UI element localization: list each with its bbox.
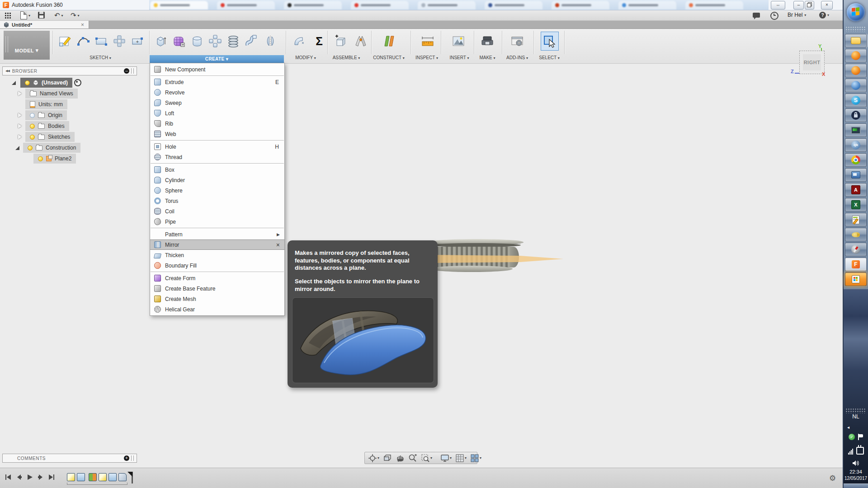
grid-snap-button[interactable]: ▾ [454,453,468,463]
feedback-button[interactable] [753,13,760,18]
document-tab[interactable]: Untitled* × [0,21,89,28]
taskbar-skype-button[interactable]: S [845,94,867,107]
window-zoom-button[interactable]: ▾ [420,453,434,463]
job-status-button[interactable] [770,12,778,20]
sync-status-icon[interactable]: ✓ [849,434,855,440]
workspace-selector[interactable]: MODEL▾ [4,31,50,60]
menu-item-cylinder[interactable]: Cylinder [150,175,284,185]
timeline-feature-extrude[interactable] [108,473,117,481]
press-pull-icon[interactable] [290,33,307,50]
action-center-flag-icon[interactable] [858,434,863,440]
menu-item-boundary-fill[interactable]: Boundary Fill [150,260,284,271]
tree-row-bodies[interactable]: Bodies [18,121,69,131]
construction-plane2[interactable] [429,252,565,266]
taskbar-alert-app-button[interactable] [845,272,867,286]
sketch-rectangle-icon[interactable] [93,33,109,50]
menu-item-create-base-feature[interactable]: Create Base Feature [150,283,284,294]
sketch-pattern-icon[interactable] [111,33,127,50]
pan-button[interactable] [394,453,406,463]
activate-component-radio[interactable] [74,79,81,86]
minimize-button[interactable]: – [793,1,804,9]
tray-grip[interactable] [845,408,866,413]
group-label-sketch[interactable]: SKETCH ▾ [80,55,121,60]
sketch-point-icon[interactable]: + [129,33,146,50]
coil-icon[interactable] [225,33,241,50]
timeline-go-to-start-button[interactable] [4,473,13,482]
orbit-button[interactable]: ▾ [367,453,381,463]
tray-clock-time[interactable]: 22:34 [844,469,868,474]
create-form-icon[interactable] [171,33,187,50]
undo-button[interactable]: ↶▾ [54,11,63,20]
sketch-spline-icon[interactable] [75,33,91,50]
document-close-icon[interactable]: × [81,22,84,28]
group-label-select[interactable]: SELECT ▾ [529,55,570,60]
timeline-feature-sketch[interactable] [99,473,107,481]
menu-item-rib[interactable]: Rib [150,118,284,129]
taskbar-fusion360-button[interactable]: F [845,258,867,271]
group-label-modify[interactable]: MODIFY ▾ [285,55,326,60]
menu-item-box[interactable]: Box [150,164,284,175]
timeline-feature-sketch[interactable] [67,473,75,481]
timeline-step-forward-button[interactable] [36,473,45,482]
taskbar-editor-button[interactable] [845,213,867,226]
taskbar-firefox-button[interactable] [845,49,867,62]
power-plug-icon[interactable] [856,447,864,455]
language-indicator[interactable]: NL [844,413,868,420]
tree-row-units[interactable]: Units: mm [25,99,67,109]
user-account-button[interactable]: Br Hel▾ [788,12,806,18]
visibility-bulb-icon[interactable] [30,124,35,129]
sweep-icon[interactable] [243,33,259,50]
taskbar-firefox-button-2[interactable] [845,64,867,77]
add-comment-icon[interactable]: + [124,455,129,461]
menu-item-hole[interactable]: HoleH [150,141,284,152]
create-menu-header[interactable]: CREATE ▾ [150,55,284,63]
redo-button[interactable]: ↷▾ [71,11,80,20]
menu-item-create-mesh[interactable]: Create Mesh [150,294,284,304]
tree-row-root[interactable]: (Unsaved) [12,78,81,88]
menu-item-sweep[interactable]: Sweep [150,98,284,108]
timeline-step-back-button[interactable] [14,473,24,482]
new-component-icon[interactable] [332,33,348,50]
tree-row-sketches[interactable]: Sketches [18,132,75,142]
zoom-button[interactable] [407,453,419,463]
expand-open-icon[interactable] [12,81,16,85]
group-label-construct[interactable]: CONSTRUCT ▾ [368,55,409,60]
timeline-go-to-end-button[interactable] [47,473,56,482]
3d-print-icon[interactable] [479,33,495,50]
taskbar-excel-button[interactable]: X [845,198,867,211]
taskbar-game-button[interactable] [845,228,867,241]
menu-item-create-form[interactable]: Create Form [150,273,284,283]
taskbar-adobe-reader-button[interactable]: A [845,183,867,197]
comments-panel-header[interactable]: COMMENTS + [2,454,137,463]
panel-grip[interactable] [131,68,134,74]
mirror-icon[interactable] [262,33,278,50]
menu-item-loft[interactable]: Loft [150,108,284,118]
tree-row-named-views[interactable]: Named Views [18,89,78,99]
visibility-bulb-off-icon[interactable] [30,113,35,118]
browser-visibility-icon[interactable]: – [124,68,129,74]
close-button[interactable]: × [821,1,833,9]
menu-item-torus[interactable]: Torus [150,196,284,206]
tree-row-plane2[interactable]: Plane2 [33,154,76,164]
expand-closed-icon[interactable] [18,91,22,96]
panel-grip[interactable] [131,455,134,461]
tray-clock-date[interactable]: 12/05/2017 [844,476,868,481]
taskbar-grip[interactable] [845,26,866,32]
file-menu-button[interactable]: ▾ [20,11,30,19]
tree-row-construction[interactable]: Construction [15,143,80,153]
restore-button[interactable] [805,1,814,9]
menu-item-new-component[interactable]: New Component [150,64,284,75]
look-at-button[interactable] [382,453,393,463]
pattern-icon[interactable] [207,33,223,50]
revolve-icon[interactable] [189,33,205,50]
expand-closed-icon[interactable] [18,113,22,117]
taskbar-utility-button[interactable] [845,243,867,256]
expand-closed-icon[interactable] [18,124,22,128]
menu-item-pattern[interactable]: Pattern▶ [150,229,284,239]
group-label-assemble[interactable]: ASSEMBLE ▾ [326,55,367,60]
taskbar-security-button[interactable] [845,108,867,122]
timeline-position-marker[interactable] [128,472,133,483]
display-settings-button[interactable]: ▾ [439,453,453,463]
show-hidden-icons-button[interactable]: ◂ [844,425,868,430]
viewcube[interactable]: RIGHT [799,51,825,74]
